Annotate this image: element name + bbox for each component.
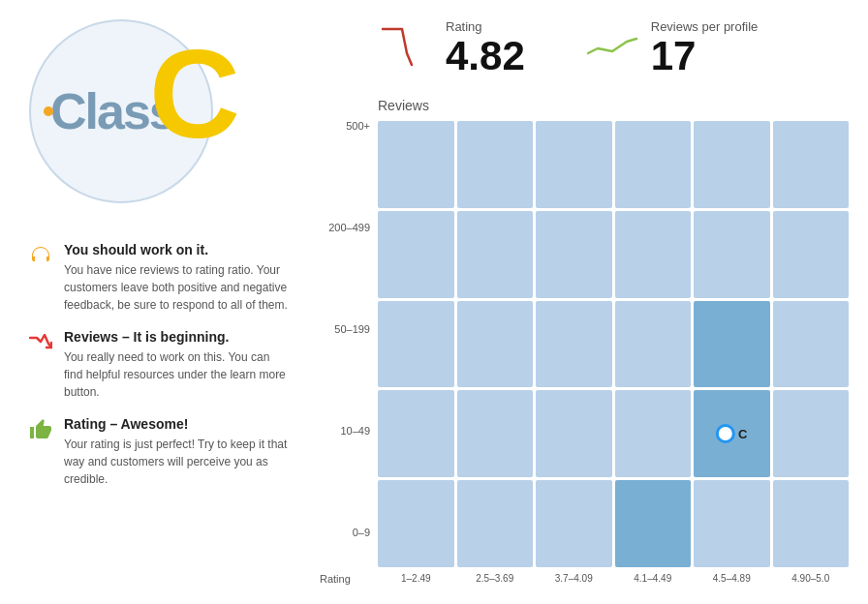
feedback-title-work-on-it: You should work on it. bbox=[64, 242, 291, 257]
marker-c-label: C bbox=[738, 427, 747, 441]
cell-0-4 bbox=[694, 121, 770, 208]
logo-area: Class C bbox=[29, 19, 213, 203]
marker-dot bbox=[716, 424, 735, 443]
dot-indicator bbox=[44, 106, 53, 116]
matrix-title: Reviews bbox=[378, 98, 849, 113]
cell-3-4: C bbox=[694, 390, 770, 477]
y-label-200: 200–499 bbox=[328, 223, 370, 233]
rating-info: Rating 4.82 bbox=[446, 19, 525, 78]
reviews-per-profile-stat: Reviews per profile 17 bbox=[583, 19, 759, 78]
x-labels: 1–2.49 2.5–3.69 3.7–4.09 4.1–4.49 4.5–4.… bbox=[378, 573, 849, 585]
grid-row-4 bbox=[378, 480, 849, 567]
reviews-trend-icon bbox=[583, 24, 641, 68]
feedback-content-beginning: Reviews – It is beginning. You really ne… bbox=[64, 329, 291, 401]
thumbs-up-icon bbox=[29, 418, 52, 441]
cell-1-1 bbox=[457, 211, 534, 298]
x-label-text-5: 4.90–5.0 bbox=[773, 573, 850, 584]
feedback-desc-awesome: Your rating is just perfect! Try to keep… bbox=[64, 436, 291, 488]
feedback-desc-work-on-it: You have nice reviews to rating ratio. Y… bbox=[64, 261, 291, 314]
rating-value: 4.82 bbox=[446, 34, 525, 78]
reviews-per-profile-value: 17 bbox=[651, 34, 759, 78]
cell-1-4 bbox=[694, 211, 770, 298]
y-axis: 500+ 200–499 50–199 10–49 0–9 bbox=[320, 121, 378, 567]
matrix-body: 500+ 200–499 50–199 10–49 0–9 bbox=[320, 121, 849, 567]
cell-3-2 bbox=[536, 390, 612, 477]
cell-2-5 bbox=[773, 301, 850, 388]
cell-4-5 bbox=[773, 480, 850, 567]
x-label-2: 3.7–4.09 bbox=[536, 573, 612, 585]
cell-0-2 bbox=[536, 121, 612, 208]
grid-row-1 bbox=[378, 211, 849, 298]
left-panel: Class C You should work on it. You have … bbox=[0, 0, 310, 604]
c-letter: C bbox=[149, 31, 240, 157]
cell-4-4 bbox=[694, 480, 770, 567]
reviews-per-profile-info: Reviews per profile 17 bbox=[651, 19, 759, 78]
cell-3-0 bbox=[378, 390, 454, 477]
cell-0-1 bbox=[457, 121, 534, 208]
y-label-50: 50–199 bbox=[334, 324, 370, 335]
grid-row-3: C bbox=[378, 390, 849, 477]
x-label-text-1: 2.5–3.69 bbox=[457, 573, 534, 584]
cell-2-2 bbox=[536, 301, 612, 388]
y-label-500: 500+ bbox=[346, 121, 370, 132]
x-label-text-4: 4.5–4.89 bbox=[694, 573, 770, 584]
grid-area: C bbox=[378, 121, 849, 567]
cell-2-1 bbox=[457, 301, 534, 388]
cell-0-5 bbox=[773, 121, 850, 208]
cell-1-5 bbox=[773, 211, 850, 298]
x-axis-title: Rating bbox=[320, 573, 378, 585]
stats-row: Rating 4.82 Reviews per profile 17 bbox=[320, 19, 849, 78]
cell-0-0 bbox=[378, 121, 454, 208]
rating-trend-icon bbox=[378, 24, 436, 68]
cell-2-3 bbox=[615, 301, 692, 388]
logo-circle: Class C bbox=[29, 19, 213, 203]
cell-3-5 bbox=[773, 390, 850, 477]
cell-4-2 bbox=[536, 480, 612, 567]
x-label-3: 4.1–4.49 bbox=[615, 573, 692, 585]
cell-4-0 bbox=[378, 480, 454, 567]
feedback-item-beginning: Reviews – It is beginning. You really ne… bbox=[29, 329, 291, 401]
feedback-title-awesome: Rating – Awesome! bbox=[64, 416, 291, 432]
cell-3-1 bbox=[457, 390, 534, 477]
x-label-0: 1–2.49 bbox=[378, 573, 454, 585]
grid-row-2 bbox=[378, 301, 849, 388]
cell-3-3 bbox=[615, 390, 692, 477]
cell-1-2 bbox=[536, 211, 612, 298]
cell-4-3 bbox=[615, 480, 692, 567]
x-label-text-3: 4.1–4.49 bbox=[615, 573, 692, 584]
y-label-0: 0–9 bbox=[353, 528, 370, 538]
cell-2-4 bbox=[694, 301, 770, 388]
x-label-1: 2.5–3.69 bbox=[457, 573, 534, 585]
headphones-icon bbox=[29, 244, 52, 267]
feedback-title-beginning: Reviews – It is beginning. bbox=[64, 329, 291, 345]
cell-1-3 bbox=[615, 211, 692, 298]
cell-4-1 bbox=[457, 480, 534, 567]
cell-1-0 bbox=[378, 211, 454, 298]
feedback-content-work-on-it: You should work on it. You have nice rev… bbox=[64, 242, 291, 314]
x-axis-row: Rating 1–2.49 2.5–3.69 3.7–4.09 4.1–4.49 bbox=[320, 573, 849, 585]
rating-stat: Rating 4.82 bbox=[378, 19, 525, 78]
feedback-list: You should work on it. You have nice rev… bbox=[29, 242, 291, 488]
grid-row-0 bbox=[378, 121, 849, 208]
feedback-desc-beginning: You really need to work on this. You can… bbox=[64, 348, 291, 401]
right-panel: Rating 4.82 Reviews per profile 17 Revi bbox=[310, 0, 868, 604]
x-label-text-0: 1–2.49 bbox=[378, 573, 454, 584]
cell-2-0 bbox=[378, 301, 454, 388]
x-label-4: 4.5–4.89 bbox=[694, 573, 770, 585]
reviews-per-profile-label: Reviews per profile bbox=[651, 19, 759, 34]
feedback-content-awesome: Rating – Awesome! Your rating is just pe… bbox=[64, 416, 291, 488]
feedback-item-work-on-it: You should work on it. You have nice rev… bbox=[29, 242, 291, 314]
cell-0-3 bbox=[615, 121, 692, 208]
y-label-10: 10–49 bbox=[340, 426, 370, 437]
trend-down-icon bbox=[29, 331, 52, 354]
x-label-text-2: 3.7–4.09 bbox=[536, 573, 612, 584]
x-label-5: 4.90–5.0 bbox=[773, 573, 850, 585]
matrix-container: Reviews 500+ 200–499 50–199 10–49 0–9 bbox=[320, 98, 849, 585]
cell-marker: C bbox=[716, 424, 747, 443]
x-axis-spacer: Rating bbox=[320, 573, 378, 585]
feedback-item-awesome: Rating – Awesome! Your rating is just pe… bbox=[29, 416, 291, 488]
rating-label: Rating bbox=[446, 19, 525, 34]
